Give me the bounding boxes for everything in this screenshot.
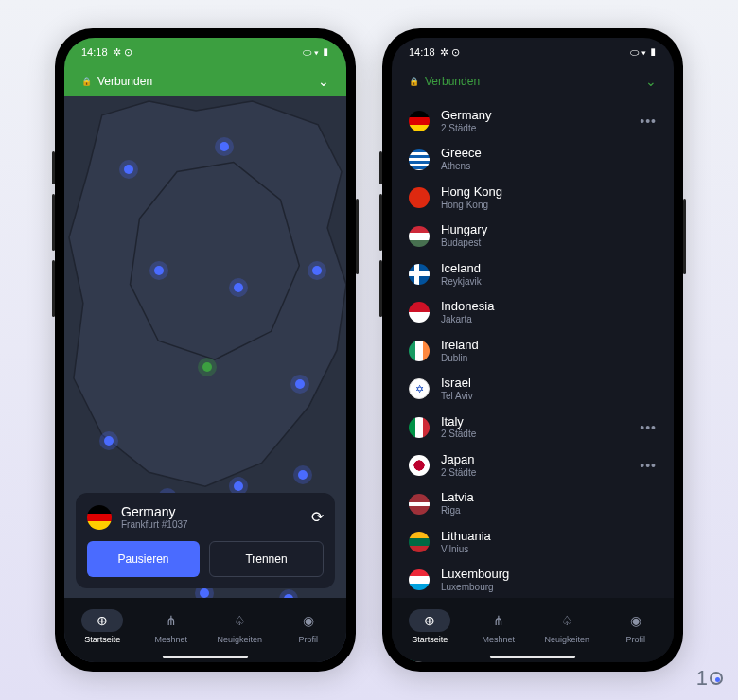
country-sub: Vilnius: [441, 544, 657, 555]
home-indicator[interactable]: [490, 656, 575, 658]
country-row[interactable]: Japan2 Städte•••: [392, 446, 674, 484]
country-sub: Luxembourg: [441, 582, 657, 593]
lock-icon: 🔒: [81, 77, 92, 86]
flag-ie-icon: [409, 341, 430, 361]
nav-news[interactable]: ♤Neuigkeiten: [533, 604, 602, 649]
refresh-icon[interactable]: ⟳: [311, 508, 324, 526]
status-bar: 14:18✲ ⊙ ⬭ ▾ ▮: [392, 38, 674, 66]
nav-news[interactable]: ♤Neuigkeiten: [205, 604, 274, 649]
bell-icon: ♤: [219, 609, 260, 632]
country-sub: 2 Städte: [441, 429, 628, 440]
country-row[interactable]: IrelandDublin: [392, 332, 674, 370]
connection-status-label: Verbunden: [425, 75, 480, 88]
country-name: Lithuania: [441, 530, 657, 544]
country-name: Germany: [441, 109, 628, 123]
more-icon[interactable]: •••: [640, 458, 657, 473]
country-sub: Hong Kong: [441, 200, 657, 211]
connection-header[interactable]: 🔒Verbunden ⌄: [64, 66, 346, 96]
nav-home[interactable]: ⊕Startseite: [68, 604, 137, 649]
meshnet-icon: ⋔: [150, 609, 192, 632]
flag-germany-icon: [87, 505, 112, 530]
flag-de-icon: [409, 111, 430, 131]
country-list[interactable]: Germany2 Städte•••GreeceAthensHong KongH…: [392, 96, 674, 662]
nav-home[interactable]: ⊕Startseite: [395, 604, 465, 649]
country-name: Hong Kong: [441, 185, 657, 200]
country-name: Hungary: [441, 223, 657, 237]
country-name: Greece: [441, 147, 657, 161]
flag-lv-icon: [409, 494, 430, 515]
flag-lu-icon: [409, 569, 430, 590]
country-row[interactable]: Hong KongHong Kong: [392, 179, 674, 217]
flag-il-icon: [409, 378, 430, 399]
chevron-down-icon[interactable]: ⌄: [645, 74, 657, 89]
more-icon[interactable]: •••: [640, 114, 657, 129]
flag-gr-icon: [409, 149, 430, 170]
clock: 14:18: [81, 46, 108, 58]
connected-country: Germany: [121, 504, 302, 519]
flag-hu-icon: [409, 226, 430, 247]
connection-status-label: Verbunden: [97, 75, 152, 88]
status-icons-left: ✲ ⊙: [440, 46, 460, 59]
country-row[interactable]: HungaryBudapest: [392, 217, 674, 254]
flag-is-icon: [409, 264, 430, 285]
globe-icon: ⊕: [409, 609, 450, 632]
connection-card: Germany Frankfurt #1037 ⟳ Pausieren Tren…: [76, 493, 335, 588]
phone-map-view: 14:18✲ ⊙ ⬭ ▾ ▮ 🔒Verbunden ⌄: [55, 28, 356, 672]
meshnet-icon: ⋔: [478, 609, 519, 632]
globe-icon: ⊕: [81, 609, 123, 632]
country-name: Israel: [441, 376, 657, 391]
country-row[interactable]: LuxembourgLuxembourg: [392, 561, 674, 599]
flag-lt-icon: [409, 532, 430, 552]
more-icon[interactable]: •••: [640, 420, 657, 435]
nav-profile[interactable]: ◉Profil: [602, 604, 671, 649]
flag-it-icon: [409, 417, 430, 438]
country-sub: Athens: [441, 161, 657, 172]
country-row[interactable]: Italy2 Städte•••: [392, 409, 674, 446]
country-row[interactable]: GreeceAthens: [392, 140, 674, 178]
country-row[interactable]: IsraelTel Aviv: [392, 370, 674, 408]
country-row[interactable]: IcelandReykjavik: [392, 255, 674, 293]
country-sub: Budapest: [441, 237, 657, 249]
connection-header[interactable]: 🔒Verbunden ⌄: [392, 66, 674, 96]
country-sub: Reykjavik: [441, 276, 657, 288]
watermark: 1: [696, 666, 723, 691]
status-bar: 14:18✲ ⊙ ⬭ ▾ ▮: [64, 38, 346, 66]
status-icons-right: ⬭ ▾ ▮: [630, 46, 657, 59]
disconnect-button[interactable]: Trennen: [209, 541, 324, 577]
country-name: Indonesia: [441, 300, 657, 314]
connected-server: Frankfurt #1037: [121, 519, 302, 530]
profile-icon: ◉: [288, 609, 329, 632]
country-name: Japan: [441, 453, 628, 467]
country-row[interactable]: LatviaRiga: [392, 484, 674, 522]
bottom-nav: ⊕Startseite ⋔Meshnet ♤Neuigkeiten ◉Profi…: [392, 598, 674, 662]
flag-id-icon: [409, 302, 430, 323]
profile-icon: ◉: [615, 609, 657, 632]
home-indicator[interactable]: [163, 656, 248, 658]
country-name: Luxembourg: [441, 568, 657, 582]
country-row[interactable]: Germany2 Städte•••: [392, 102, 674, 140]
lock-icon: 🔒: [409, 77, 419, 86]
nav-profile[interactable]: ◉Profil: [274, 604, 343, 649]
nav-meshnet[interactable]: ⋔Meshnet: [137, 604, 206, 649]
country-name: Latvia: [441, 491, 657, 505]
status-icons-left: ✲ ⊙: [113, 46, 132, 59]
flag-hk-icon: [409, 187, 430, 208]
country-sub: Dublin: [441, 353, 657, 364]
map-landmass: [64, 96, 346, 491]
country-name: Italy: [441, 415, 628, 429]
country-sub: Tel Aviv: [441, 391, 657, 402]
country-name: Ireland: [441, 339, 657, 353]
clock: 14:18: [409, 46, 435, 58]
country-row[interactable]: LithuaniaVilnius: [392, 523, 674, 561]
status-icons-right: ⬭ ▾ ▮: [303, 46, 329, 59]
bottom-nav: ⊕Startseite ⋔Meshnet ♤Neuigkeiten ◉Profi…: [64, 598, 346, 662]
country-sub: 2 Städte: [441, 123, 628, 134]
flag-jp-icon: [409, 455, 430, 476]
country-sub: 2 Städte: [441, 467, 628, 479]
nav-meshnet[interactable]: ⋔Meshnet: [465, 604, 534, 649]
country-row[interactable]: IndonesiaJakarta: [392, 293, 674, 331]
chevron-down-icon[interactable]: ⌄: [318, 74, 329, 89]
pause-button[interactable]: Pausieren: [87, 541, 200, 577]
phone-list-view: 14:18✲ ⊙ ⬭ ▾ ▮ 🔒Verbunden ⌄ Germany2 Stä…: [382, 28, 683, 672]
country-sub: Jakarta: [441, 314, 657, 325]
